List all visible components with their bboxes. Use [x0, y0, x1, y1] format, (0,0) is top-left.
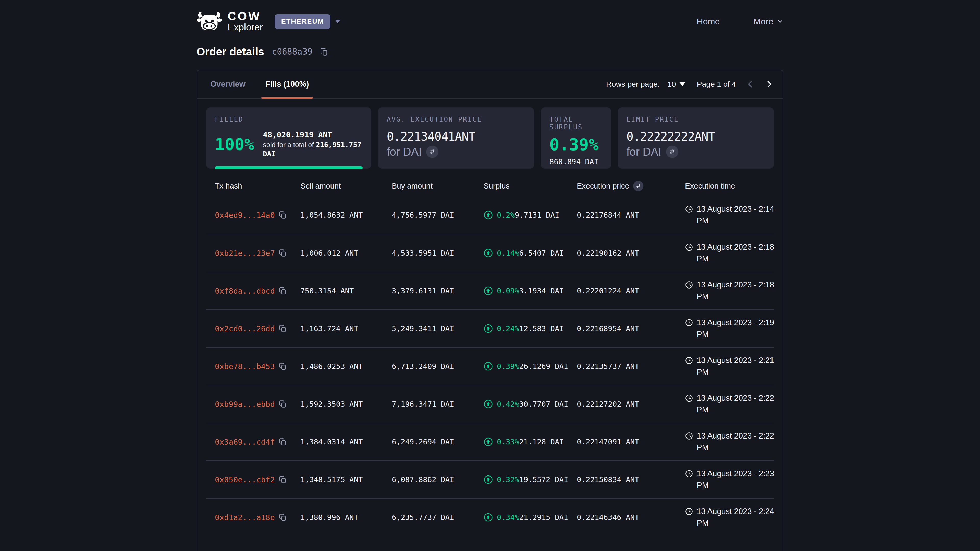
surplus-amount: 12.583 DAI	[519, 324, 564, 333]
buy-amount-cell: 4,533.5951 DAI	[392, 249, 484, 257]
fill-progress-bar	[215, 166, 363, 169]
nav-more[interactable]: More	[754, 17, 783, 27]
arrow-up-circle-icon	[484, 513, 493, 522]
tx-hash-link[interactable]: 0x050e...cbf2	[215, 475, 275, 484]
tab-bar: Overview Fills (100%) Rows per page: 10 …	[197, 70, 783, 99]
prev-page-button[interactable]	[746, 79, 755, 89]
execution-time-text: 13 August 2023 - 2:19 PM	[697, 317, 781, 341]
execution-time-text: 13 August 2023 - 2:22 PM	[697, 392, 781, 416]
column-sell-amount: Sell amount	[301, 182, 392, 190]
limit-price-invert-button[interactable]	[666, 146, 678, 158]
execution-time-cell: 13 August 2023 - 2:22 PM	[685, 392, 781, 416]
total-surplus-amount: 860.894 DAI	[549, 157, 603, 166]
arrow-up-circle-icon	[484, 400, 493, 409]
surplus-amount: 26.1269 DAI	[519, 362, 568, 371]
execution-time-cell: 13 August 2023 - 2:14 PM	[685, 203, 781, 227]
surplus-amount: 19.5572 DAI	[519, 475, 568, 484]
avg-price-invert-button[interactable]	[426, 146, 438, 158]
tx-hash-link[interactable]: 0xb99a...ebbd	[215, 400, 275, 409]
surplus-percent: 0.39%	[497, 362, 519, 371]
surplus-amount: 30.7707 DAI	[519, 400, 568, 408]
total-surplus-percent: 0.39%	[549, 137, 603, 153]
tx-hash-link[interactable]: 0xbe78...b453	[215, 362, 275, 371]
sell-amount-cell: 1,163.724 ANT	[301, 324, 392, 333]
clock-icon	[685, 205, 693, 213]
surplus-cell: 0.2%9.7131 DAI	[484, 210, 577, 220]
copy-tx-hash-button[interactable]	[279, 362, 286, 370]
swap-arrows-icon	[669, 148, 676, 156]
execution-price-cell: 0.22127202 ANT	[577, 400, 685, 408]
execution-price-cell: 0.22201224 ANT	[577, 286, 685, 295]
surplus-percent: 0.24%	[497, 324, 519, 333]
clock-icon	[685, 394, 693, 402]
clock-icon	[685, 432, 693, 440]
cow-icon	[197, 11, 222, 32]
tx-hash-link[interactable]: 0xd1a2...a18e	[215, 513, 275, 522]
buy-amount-cell: 4,756.5977 DAI	[392, 211, 484, 219]
copy-tx-hash-button[interactable]	[279, 513, 286, 521]
table-row: 0x4ed9...14a0 1,054.8632 ANT 4,756.5977 …	[206, 196, 774, 234]
buy-amount-cell: 6,249.2694 DAI	[392, 437, 484, 446]
clock-icon	[685, 470, 693, 478]
surplus-percent: 0.42%	[497, 400, 519, 408]
clock-icon	[685, 507, 693, 516]
main-nav: Home More	[697, 17, 783, 27]
clock-icon	[685, 243, 693, 251]
execution-price-invert-button[interactable]	[633, 181, 643, 191]
surplus-amount: 9.7131 DAI	[515, 211, 559, 219]
tx-hash-link[interactable]: 0x2cd0...26dd	[215, 324, 275, 333]
surplus-percent: 0.2%	[497, 211, 515, 219]
swap-arrows-icon	[635, 183, 641, 189]
logo[interactable]: COW Explorer	[197, 10, 263, 32]
copy-icon	[320, 48, 328, 56]
network-selector[interactable]: ETHEREUM	[275, 14, 341, 29]
execution-price-cell: 0.22150834 ANT	[577, 475, 685, 484]
copy-order-id-button[interactable]	[320, 48, 328, 56]
surplus-amount: 6.5407 DAI	[519, 249, 564, 257]
copy-tx-hash-button[interactable]	[279, 438, 286, 446]
stat-cards: FILLED 100% 48,020.1919 ANT sold for a t…	[197, 99, 783, 168]
network-badge[interactable]: ETHEREUM	[275, 14, 331, 29]
table-row: 0xbe78...b453 1,486.0253 ANT 6,713.2409 …	[206, 347, 774, 385]
tx-hash-link[interactable]: 0xb21e...23e7	[215, 249, 275, 258]
execution-time-cell: 13 August 2023 - 2:23 PM	[685, 468, 781, 492]
copy-icon	[279, 513, 286, 521]
surplus-cell: 0.09%3.1934 DAI	[484, 286, 577, 295]
tab-overview[interactable]: Overview	[206, 70, 250, 98]
copy-tx-hash-button[interactable]	[279, 249, 286, 257]
execution-price-cell: 0.22146346 ANT	[577, 513, 685, 522]
copy-tx-hash-button[interactable]	[279, 287, 286, 295]
arrow-up-circle-icon	[484, 210, 493, 220]
rows-per-page-select[interactable]: 10	[667, 80, 685, 89]
table-row: 0x2cd0...26dd 1,163.724 ANT 5,249.3411 D…	[206, 310, 774, 347]
logo-subtitle: Explorer	[228, 22, 263, 32]
surplus-amount: 21.2915 DAI	[519, 513, 568, 522]
copy-tx-hash-button[interactable]	[279, 476, 286, 483]
copy-tx-hash-button[interactable]	[279, 211, 286, 219]
chevron-right-icon	[765, 79, 774, 89]
table-row: 0x050e...cbf2 1,348.5175 ANT 6,087.8862 …	[206, 460, 774, 498]
tx-hash-link[interactable]: 0x3a69...cd4f	[215, 437, 275, 446]
rows-per-page-value: 10	[667, 80, 676, 89]
sell-amount-cell: 1,592.3503 ANT	[301, 400, 392, 408]
surplus-percent: 0.09%	[497, 286, 519, 295]
copy-tx-hash-button[interactable]	[279, 400, 286, 408]
filled-sold-line: sold for a total of 216,951.757 DAI	[263, 140, 363, 159]
filled-percent: 100%	[215, 136, 254, 152]
fills-table: Tx hash Sell amount Buy amount Surplus E…	[197, 168, 783, 536]
buy-amount-cell: 6,713.2409 DAI	[392, 362, 484, 371]
table-row: 0xd1a2...a18e 1,380.996 ANT 6,235.7737 D…	[206, 498, 774, 536]
avg-price-value: 0.22134041ANT	[387, 130, 525, 143]
execution-time-text: 13 August 2023 - 2:18 PM	[697, 241, 781, 265]
nav-home[interactable]: Home	[697, 17, 720, 27]
buy-amount-cell: 7,196.3471 DAI	[392, 400, 484, 408]
execution-time-cell: 13 August 2023 - 2:24 PM	[685, 506, 781, 529]
tab-fills[interactable]: Fills (100%)	[261, 70, 313, 98]
tx-hash-link[interactable]: 0x4ed9...14a0	[215, 211, 275, 220]
next-page-button[interactable]	[765, 79, 774, 89]
surplus-amount: 21.128 DAI	[519, 437, 564, 446]
copy-tx-hash-button[interactable]	[279, 325, 286, 332]
top-bar: COW Explorer ETHEREUM Home More	[197, 0, 783, 43]
tx-hash-link[interactable]: 0xf8da...dbcd	[215, 286, 275, 295]
surplus-amount: 3.1934 DAI	[519, 286, 564, 295]
